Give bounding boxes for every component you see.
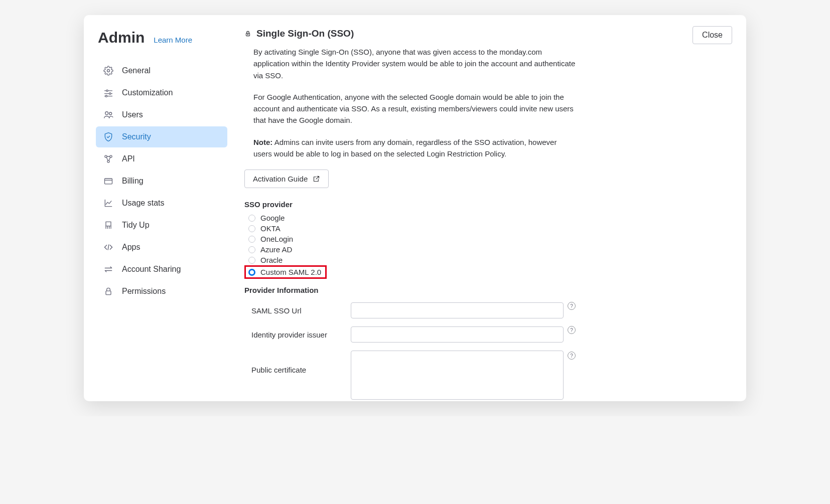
description-note: Note: Admins can invite users from any d… [244,136,576,160]
sidebar-item-tidy-up[interactable]: Tidy Up [96,215,227,236]
radio-icon [248,257,255,264]
sidebar-item-label: Users [122,110,143,119]
sidebar-item-customization[interactable]: Customization [96,82,227,103]
description-1: By activating Single Sign-On (SSO), anyo… [244,46,576,81]
sidebar-item-label: Apps [122,243,140,252]
chart-line-icon [103,198,114,209]
sidebar-item-label: Account Sharing [122,265,181,274]
radio-label: OneLogin [260,235,293,243]
sidebar: Admin Learn More General Customization [84,15,234,401]
radio-onelogin[interactable]: OneLogin [244,234,576,244]
radio-icon [248,236,255,243]
note-text: Admins can invite users from any domain,… [253,138,557,158]
sso-provider-label: SSO provider [244,200,576,209]
swap-arrows-icon [103,264,114,275]
idp-issuer-input[interactable] [351,326,564,343]
help-icon[interactable]: ? [568,326,576,334]
users-icon [103,109,114,120]
sidebar-item-label: Customization [122,88,173,97]
public-cert-label: Public certificate [251,351,347,374]
svg-point-17 [247,34,248,35]
admin-modal: Admin Learn More General Customization [84,15,746,401]
sidebar-title: Admin [98,29,145,46]
svg-point-6 [105,95,107,97]
activation-guide-label: Activation Guide [253,175,308,183]
shield-icon [103,131,114,142]
sidebar-header: Admin Learn More [96,29,227,46]
note-label: Note: [253,138,272,146]
lock-icon [103,286,114,297]
main-content: Close Single Sign-On (SSO) By activating… [234,15,746,401]
field-public-certificate: Public certificate ? [244,351,576,400]
sidebar-item-general[interactable]: General [96,60,227,81]
radio-icon [248,215,255,222]
radio-custom-saml[interactable]: Custom SAML 2.0 [244,265,327,279]
sidebar-item-security[interactable]: Security [96,126,227,147]
sidebar-item-api[interactable]: API [96,148,227,170]
svg-point-0 [107,70,110,72]
svg-point-9 [105,155,107,157]
sidebar-item-label: Permissions [122,287,166,296]
api-icon [103,153,114,164]
sliders-icon [103,87,114,98]
radio-label: OKTA [260,224,281,233]
svg-point-8 [109,112,112,115]
sidebar-item-users[interactable]: Users [96,104,227,125]
sidebar-item-label: API [122,154,135,163]
svg-line-14 [108,245,109,250]
public-cert-input[interactable] [351,351,564,400]
provider-info-label: Provider Information [244,286,576,294]
radio-icon [248,225,255,232]
sidebar-item-label: Usage stats [122,199,164,208]
radio-label: Custom SAML 2.0 [260,268,321,276]
page-heading: Single Sign-On (SSO) [244,28,576,39]
learn-more-link[interactable]: Learn More [154,36,192,44]
radio-icon [248,246,255,253]
gear-icon [103,65,114,76]
sidebar-item-billing[interactable]: Billing [96,171,227,192]
idp-issuer-label: Identity provider issuer [251,330,347,339]
activation-guide-button[interactable]: Activation Guide [244,170,329,188]
sso-provider-list: Google OKTA OneLogin Azure AD Oracle Cus… [244,213,576,279]
svg-rect-15 [106,291,111,295]
saml-sso-url-input[interactable] [351,302,564,318]
close-button[interactable]: Close [693,26,732,44]
help-icon[interactable]: ? [568,302,576,310]
field-idp-issuer: Identity provider issuer ? [244,326,576,343]
field-saml-sso-url: SAML SSO Url ? [244,302,576,318]
svg-rect-12 [105,179,112,184]
radio-okta[interactable]: OKTA [244,223,576,234]
radio-label: Oracle [260,256,283,264]
svg-point-7 [105,112,108,115]
nav-list: General Customization Users Security [96,60,227,302]
svg-point-2 [106,90,108,91]
sidebar-item-apps[interactable]: Apps [96,237,227,258]
sidebar-item-account-sharing[interactable]: Account Sharing [96,259,227,280]
external-link-icon [313,175,320,183]
sidebar-item-permissions[interactable]: Permissions [96,281,227,302]
help-icon[interactable]: ? [568,352,576,360]
radio-google[interactable]: Google [244,213,576,223]
radio-label: Azure AD [260,245,292,254]
svg-point-10 [110,155,112,157]
page-heading-text: Single Sign-On (SSO) [256,28,354,39]
sidebar-item-label: General [122,66,151,75]
code-icon [103,242,114,253]
sidebar-item-label: Billing [122,177,144,186]
sidebar-item-label: Tidy Up [122,221,150,230]
broom-icon [103,220,114,231]
saml-sso-url-label: SAML SSO Url [251,306,347,315]
credit-card-icon [103,176,114,187]
svg-point-4 [109,93,111,94]
sidebar-item-label: Security [122,132,151,141]
radio-icon [248,269,255,276]
lock-small-icon [244,30,251,38]
sidebar-item-usage-stats[interactable]: Usage stats [96,193,227,214]
description-2: For Google Authentication, anyone with t… [244,91,576,126]
radio-azuread[interactable]: Azure AD [244,244,576,255]
radio-label: Google [260,214,285,222]
radio-oracle[interactable]: Oracle [244,255,576,265]
